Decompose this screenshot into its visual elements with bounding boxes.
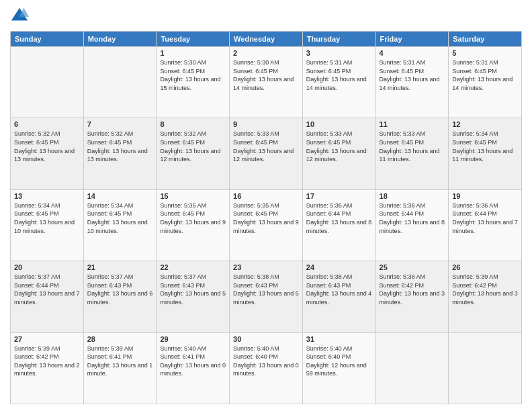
calendar-cell: 5Sunrise: 5:31 AM Sunset: 6:45 PM Daylig…	[449, 47, 522, 118]
calendar: SundayMondayTuesdayWednesdayThursdayFrid…	[10, 31, 522, 404]
calendar-cell: 25Sunrise: 5:38 AM Sunset: 6:42 PM Dayli…	[375, 261, 449, 332]
day-info: Sunrise: 5:40 AM Sunset: 6:40 PM Dayligh…	[233, 345, 299, 378]
day-number: 3	[306, 49, 372, 57]
day-number: 14	[87, 192, 153, 200]
calendar-cell: 28Sunrise: 5:39 AM Sunset: 6:41 PM Dayli…	[83, 332, 157, 404]
calendar-cell: 1Sunrise: 5:30 AM Sunset: 6:45 PM Daylig…	[157, 47, 230, 118]
calendar-cell: 14Sunrise: 5:34 AM Sunset: 6:45 PM Dayli…	[83, 189, 157, 261]
calendar-cell: 9Sunrise: 5:33 AM Sunset: 6:45 PM Daylig…	[230, 118, 303, 189]
calendar-cell: 22Sunrise: 5:37 AM Sunset: 6:43 PM Dayli…	[157, 261, 230, 332]
day-info: Sunrise: 5:35 AM Sunset: 6:45 PM Dayligh…	[233, 201, 299, 235]
day-info: Sunrise: 5:37 AM Sunset: 6:44 PM Dayligh…	[14, 273, 80, 306]
calendar-cell: 2Sunrise: 5:30 AM Sunset: 6:45 PM Daylig…	[230, 47, 303, 118]
calendar-cell: 12Sunrise: 5:34 AM Sunset: 6:45 PM Dayli…	[449, 118, 522, 189]
day-info: Sunrise: 5:32 AM Sunset: 6:45 PM Dayligh…	[14, 130, 80, 163]
day-number: 5	[452, 49, 518, 57]
calendar-cell: 20Sunrise: 5:37 AM Sunset: 6:44 PM Dayli…	[11, 261, 84, 332]
day-number: 8	[160, 120, 226, 128]
day-number: 4	[380, 49, 445, 57]
calendar-cell: 18Sunrise: 5:36 AM Sunset: 6:44 PM Dayli…	[375, 189, 449, 261]
calendar-cell: 15Sunrise: 5:35 AM Sunset: 6:45 PM Dayli…	[157, 189, 230, 261]
calendar-header-thursday: Thursday	[302, 32, 375, 47]
day-info: Sunrise: 5:38 AM Sunset: 6:43 PM Dayligh…	[306, 273, 372, 306]
day-number: 28	[87, 335, 153, 343]
day-info: Sunrise: 5:31 AM Sunset: 6:45 PM Dayligh…	[452, 58, 518, 92]
calendar-cell: 21Sunrise: 5:37 AM Sunset: 6:43 PM Dayli…	[83, 261, 157, 332]
calendar-cell: 23Sunrise: 5:38 AM Sunset: 6:43 PM Dayli…	[230, 261, 303, 332]
day-number: 19	[452, 192, 518, 200]
day-info: Sunrise: 5:36 AM Sunset: 6:44 PM Dayligh…	[306, 201, 372, 235]
calendar-header-friday: Friday	[375, 32, 449, 47]
day-number: 2	[233, 49, 299, 57]
day-number: 26	[452, 263, 518, 271]
calendar-cell: 16Sunrise: 5:35 AM Sunset: 6:45 PM Dayli…	[230, 189, 303, 261]
calendar-cell: 31Sunrise: 5:40 AM Sunset: 6:40 PM Dayli…	[302, 332, 375, 404]
day-info: Sunrise: 5:30 AM Sunset: 6:45 PM Dayligh…	[233, 58, 299, 92]
day-number: 17	[306, 192, 372, 200]
day-info: Sunrise: 5:32 AM Sunset: 6:45 PM Dayligh…	[87, 130, 153, 163]
day-info: Sunrise: 5:37 AM Sunset: 6:43 PM Dayligh…	[87, 273, 153, 306]
day-number: 13	[14, 192, 80, 200]
day-number: 7	[87, 120, 153, 128]
calendar-header-row: SundayMondayTuesdayWednesdayThursdayFrid…	[11, 32, 522, 47]
day-info: Sunrise: 5:31 AM Sunset: 6:45 PM Dayligh…	[380, 58, 445, 92]
calendar-cell: 10Sunrise: 5:33 AM Sunset: 6:45 PM Dayli…	[302, 118, 375, 189]
calendar-week-1: 1Sunrise: 5:30 AM Sunset: 6:45 PM Daylig…	[11, 47, 522, 118]
calendar-cell: 3Sunrise: 5:31 AM Sunset: 6:45 PM Daylig…	[302, 47, 375, 118]
day-number: 22	[160, 263, 226, 271]
day-info: Sunrise: 5:37 AM Sunset: 6:43 PM Dayligh…	[160, 273, 226, 306]
calendar-week-4: 20Sunrise: 5:37 AM Sunset: 6:44 PM Dayli…	[11, 261, 522, 332]
day-info: Sunrise: 5:40 AM Sunset: 6:40 PM Dayligh…	[306, 345, 372, 378]
day-number: 24	[306, 263, 372, 271]
day-info: Sunrise: 5:38 AM Sunset: 6:42 PM Dayligh…	[380, 273, 445, 306]
day-info: Sunrise: 5:36 AM Sunset: 6:44 PM Dayligh…	[380, 201, 445, 235]
day-info: Sunrise: 5:30 AM Sunset: 6:45 PM Dayligh…	[160, 58, 226, 92]
calendar-cell	[11, 47, 84, 118]
day-number: 6	[14, 120, 80, 128]
calendar-header-monday: Monday	[83, 32, 157, 47]
day-info: Sunrise: 5:39 AM Sunset: 6:42 PM Dayligh…	[452, 273, 518, 306]
calendar-cell	[449, 332, 522, 404]
day-info: Sunrise: 5:33 AM Sunset: 6:45 PM Dayligh…	[233, 130, 299, 163]
day-info: Sunrise: 5:39 AM Sunset: 6:41 PM Dayligh…	[87, 345, 153, 378]
day-number: 11	[380, 120, 445, 128]
day-number: 16	[233, 192, 299, 200]
calendar-cell	[375, 332, 449, 404]
day-number: 1	[160, 49, 226, 57]
calendar-header-sunday: Sunday	[11, 32, 84, 47]
day-info: Sunrise: 5:36 AM Sunset: 6:44 PM Dayligh…	[452, 201, 518, 235]
calendar-cell: 6Sunrise: 5:32 AM Sunset: 6:45 PM Daylig…	[11, 118, 84, 189]
calendar-cell: 17Sunrise: 5:36 AM Sunset: 6:44 PM Dayli…	[302, 189, 375, 261]
day-info: Sunrise: 5:34 AM Sunset: 6:45 PM Dayligh…	[87, 201, 153, 235]
calendar-cell: 26Sunrise: 5:39 AM Sunset: 6:42 PM Dayli…	[449, 261, 522, 332]
day-info: Sunrise: 5:40 AM Sunset: 6:41 PM Dayligh…	[160, 345, 226, 378]
day-number: 29	[160, 335, 226, 343]
calendar-week-2: 6Sunrise: 5:32 AM Sunset: 6:45 PM Daylig…	[11, 118, 522, 189]
calendar-cell: 29Sunrise: 5:40 AM Sunset: 6:41 PM Dayli…	[157, 332, 230, 404]
calendar-header-wednesday: Wednesday	[230, 32, 303, 47]
calendar-cell	[83, 47, 157, 118]
day-number: 23	[233, 263, 299, 271]
day-info: Sunrise: 5:32 AM Sunset: 6:45 PM Dayligh…	[160, 130, 226, 163]
day-number: 20	[14, 263, 80, 271]
logo-icon	[10, 7, 29, 26]
day-number: 15	[160, 192, 226, 200]
day-number: 10	[306, 120, 372, 128]
day-info: Sunrise: 5:31 AM Sunset: 6:45 PM Dayligh…	[306, 58, 372, 92]
calendar-header-saturday: Saturday	[449, 32, 522, 47]
logo	[10, 7, 32, 26]
day-info: Sunrise: 5:34 AM Sunset: 6:45 PM Dayligh…	[14, 201, 80, 235]
day-number: 31	[306, 335, 372, 343]
calendar-cell: 11Sunrise: 5:33 AM Sunset: 6:45 PM Dayli…	[375, 118, 449, 189]
calendar-cell: 4Sunrise: 5:31 AM Sunset: 6:45 PM Daylig…	[375, 47, 449, 118]
calendar-header-tuesday: Tuesday	[157, 32, 230, 47]
calendar-cell: 30Sunrise: 5:40 AM Sunset: 6:40 PM Dayli…	[230, 332, 303, 404]
day-number: 9	[233, 120, 299, 128]
day-info: Sunrise: 5:35 AM Sunset: 6:45 PM Dayligh…	[160, 201, 226, 235]
day-info: Sunrise: 5:38 AM Sunset: 6:43 PM Dayligh…	[233, 273, 299, 306]
calendar-week-3: 13Sunrise: 5:34 AM Sunset: 6:45 PM Dayli…	[11, 189, 522, 261]
calendar-cell: 8Sunrise: 5:32 AM Sunset: 6:45 PM Daylig…	[157, 118, 230, 189]
day-info: Sunrise: 5:33 AM Sunset: 6:45 PM Dayligh…	[306, 130, 372, 163]
calendar-week-5: 27Sunrise: 5:39 AM Sunset: 6:42 PM Dayli…	[11, 332, 522, 404]
calendar-cell: 24Sunrise: 5:38 AM Sunset: 6:43 PM Dayli…	[302, 261, 375, 332]
